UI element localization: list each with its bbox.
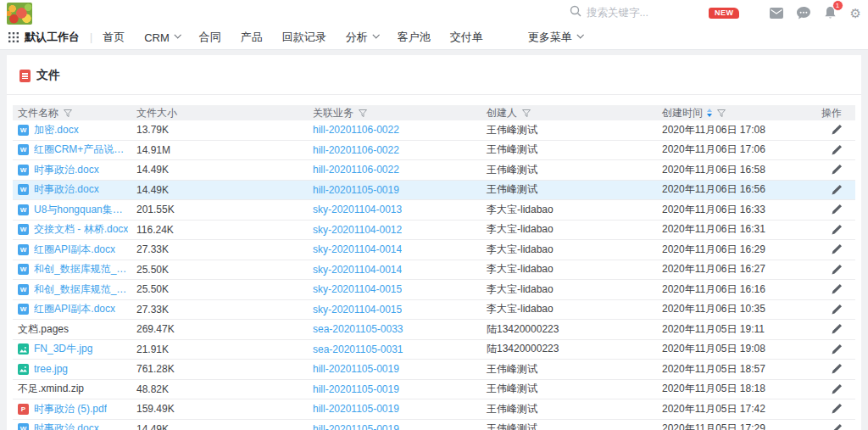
edit-icon[interactable] <box>832 265 842 275</box>
table-row[interactable]: tree.jpg761.28Khill-20201105-0019王伟峰测试20… <box>13 360 855 380</box>
new-badge[interactable]: NEW <box>709 8 739 19</box>
bell-icon[interactable]: 1 <box>824 6 837 20</box>
file-name-link[interactable]: 红圈API副本.docx <box>34 302 115 316</box>
file-name-link[interactable]: 时事政治.docx <box>34 182 99 197</box>
table-row[interactable]: 红圈API副本.docx27.33Ksky-20201104-0015李大宝-l… <box>13 300 855 321</box>
related-business-link[interactable]: hill-20201106-0022 <box>313 164 399 176</box>
main-nav: 默认工作台 | 首页CRM合同产品回款记录分析客户池交付单更多菜单 <box>0 25 868 50</box>
related-business-link[interactable]: sea-20201105-0031 <box>313 343 403 355</box>
chat-icon[interactable] <box>797 7 810 20</box>
file-size: 13.79K <box>136 124 169 136</box>
mail-icon[interactable] <box>770 8 783 19</box>
file-name-link[interactable]: FN_3D牛.jpg <box>34 342 92 356</box>
related-business-link[interactable]: hill-20201106-0022 <box>313 124 399 136</box>
edit-icon[interactable] <box>832 344 842 355</box>
edit-icon[interactable] <box>832 225 842 235</box>
edit-icon[interactable] <box>832 145 842 155</box>
file-name-link[interactable]: 和创_数据库规范_20171124.doc <box>34 282 131 297</box>
file-name-cell: 不足.xmind.zip <box>13 382 131 396</box>
file-name-cell: U8与hongquan集成方案.docx <box>13 203 131 217</box>
nav-item-2[interactable]: CRM <box>144 31 199 44</box>
related-business-link[interactable]: hill-20201105-0019 <box>313 423 399 430</box>
table-row[interactable]: 时事政治 (5).pdf159.49Khill-20201105-0019王伟峰… <box>13 399 855 420</box>
table-row[interactable]: 红圈API副本.docx27.33Ksky-20201104-0014李大宝-l… <box>13 240 855 260</box>
related-business-link[interactable]: sky-20201104-0014 <box>313 243 402 255</box>
table-row[interactable]: 和创_数据库规范_20171124.doc25.50Ksky-20201104-… <box>13 260 855 281</box>
related-business-link[interactable]: sky-20201104-0013 <box>313 204 402 215</box>
table-row[interactable]: 加密.docx13.79Khill-20201106-0022王伟峰测试2020… <box>13 120 855 141</box>
file-name-link[interactable]: U8与hongquan集成方案.docx <box>34 203 131 217</box>
related-business-link[interactable]: hill-20201105-0019 <box>313 363 399 375</box>
file-name-link[interactable]: 时事政治.docx <box>34 163 99 177</box>
file-name-link[interactable]: 交接文档 - 林桥.docx <box>34 222 128 237</box>
search-box[interactable] <box>570 5 687 20</box>
nav-item-6[interactable]: 分析 <box>346 30 398 45</box>
gear-icon[interactable]: ⚙ <box>850 7 861 20</box>
related-business-link[interactable]: sky-20201104-0012 <box>313 224 402 236</box>
filter-icon[interactable] <box>64 109 72 117</box>
table-row[interactable]: FN_3D牛.jpg21.91Ksea-20201105-0031陆134200… <box>13 340 855 360</box>
file-name-link[interactable]: 时事政治.docx <box>34 422 99 430</box>
filter-icon[interactable] <box>717 109 726 117</box>
file-name-link[interactable]: 和创_数据库规范_20171124.doc <box>34 262 131 276</box>
edit-icon[interactable] <box>832 324 842 334</box>
table-row[interactable]: 交接文档 - 林桥.docx116.24Ksky-20201104-0012李大… <box>13 221 855 241</box>
edit-icon[interactable] <box>832 424 842 430</box>
related-business-link[interactable]: sea-20201105-0033 <box>313 323 403 335</box>
nav-item-9[interactable]: 更多菜单 <box>528 30 602 45</box>
file-name-link[interactable]: 红圈API副本.docx <box>34 243 115 257</box>
table-row[interactable]: U8与hongquan集成方案.docx201.55Ksky-20201104-… <box>13 200 855 221</box>
file-name-link[interactable]: 加密.docx <box>34 123 79 137</box>
sort-icon[interactable] <box>707 109 712 117</box>
edit-icon[interactable] <box>832 364 842 374</box>
related-business-link[interactable]: hill-20201106-0022 <box>313 144 399 156</box>
chevron-down-icon <box>576 31 583 38</box>
pdf-file-icon <box>18 404 29 415</box>
related-business-link[interactable]: sky-20201104-0015 <box>313 304 402 316</box>
nav-item-3[interactable]: 合同 <box>199 30 241 45</box>
file-size: 116.24K <box>136 224 174 236</box>
file-name-link[interactable]: 时事政治 (5).pdf <box>34 402 107 416</box>
edit-icon[interactable] <box>832 185 842 195</box>
nav-item-8[interactable]: 交付单 <box>450 30 503 45</box>
creator-name: 陆13420000223 <box>487 322 559 337</box>
filter-icon[interactable] <box>359 109 367 117</box>
table-row[interactable]: 时事政治.docx14.49Khill-20201105-0019王伟峰测试20… <box>13 181 855 201</box>
nav-item-4[interactable]: 产品 <box>241 30 282 45</box>
nav-item-1[interactable]: 首页 <box>103 30 144 45</box>
logo-image[interactable] <box>7 3 32 25</box>
edit-icon[interactable] <box>832 204 842 215</box>
related-business-link[interactable]: sky-20201104-0015 <box>313 283 402 295</box>
workspace-title[interactable]: 默认工作台 <box>25 30 80 45</box>
table-row[interactable]: 文档.pages269.47Ksea-20201105-0033陆1342000… <box>13 320 855 340</box>
nav-item-label: 首页 <box>103 30 125 45</box>
table-row[interactable]: 红圈CRM+产品说明201901_前端...14.91Mhill-2020110… <box>13 141 855 161</box>
edit-icon[interactable] <box>832 165 842 175</box>
related-business-link[interactable]: hill-20201105-0019 <box>313 403 399 415</box>
edit-icon[interactable] <box>832 125 842 135</box>
related-business-link[interactable]: hill-20201105-0019 <box>313 184 399 196</box>
search-input[interactable] <box>587 7 687 19</box>
edit-icon[interactable] <box>832 384 842 394</box>
edit-icon[interactable] <box>832 304 842 315</box>
table-row[interactable]: 时事政治.docx14.49Khill-20201106-0022王伟峰测试20… <box>13 160 855 181</box>
creator-name: 李大宝-lidabao <box>487 222 554 237</box>
edit-icon[interactable] <box>832 244 842 254</box>
file-name-link[interactable]: tree.jpg <box>34 363 68 375</box>
table-row[interactable]: 不足.xmind.zip48.82Khill-20201105-0019王伟峰测… <box>13 380 855 400</box>
column-header-label: 文件名称 <box>18 106 58 120</box>
created-time-cell: 2020年11月06日 16:58 <box>657 163 812 177</box>
nav-item-5[interactable]: 回款记录 <box>282 30 346 45</box>
apps-grid-icon[interactable] <box>8 32 19 42</box>
related-business-link[interactable]: sky-20201104-0014 <box>313 264 402 276</box>
edit-icon[interactable] <box>832 404 842 414</box>
files-module-icon <box>19 70 31 82</box>
related-business-link[interactable]: hill-20201105-0019 <box>313 383 399 395</box>
file-name-link[interactable]: 红圈CRM+产品说明201901_前端... <box>34 142 131 157</box>
nav-item-7[interactable]: 客户池 <box>398 30 450 45</box>
creator-name: 王伟峰测试 <box>487 182 537 197</box>
table-row[interactable]: 和创_数据库规范_20171124.doc25.50Ksky-20201104-… <box>13 280 855 300</box>
table-row[interactable]: 时事政治.docx14.49Khill-20201105-0019王伟峰测试20… <box>13 420 855 430</box>
filter-icon[interactable] <box>522 109 531 117</box>
edit-icon[interactable] <box>832 284 842 294</box>
